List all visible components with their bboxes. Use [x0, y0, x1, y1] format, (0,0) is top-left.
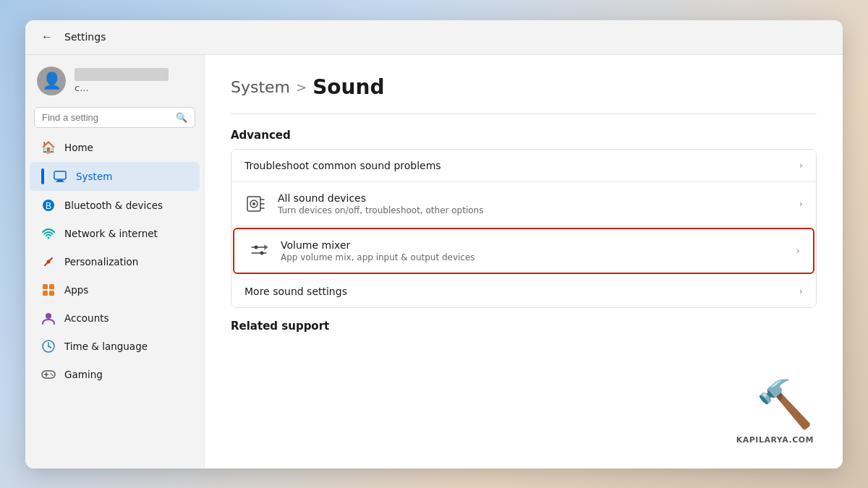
breadcrumb-system: System — [231, 78, 290, 96]
window-title: Settings — [64, 31, 106, 43]
card-text: Volume mixer App volume mix, app input &… — [281, 239, 786, 262]
chevron-right-icon: › — [796, 245, 800, 256]
search-input[interactable] — [42, 112, 171, 123]
avatar: 👤 — [37, 67, 66, 95]
sidebar-item-system[interactable]: System — [30, 162, 200, 191]
system-icon — [53, 169, 67, 184]
titlebar: ← Settings — [25, 20, 843, 55]
sidebar-item-label: Time & language — [64, 341, 148, 352]
back-button[interactable]: ← — [37, 27, 57, 47]
sidebar-item-label: System — [76, 171, 112, 182]
sidebar-item-time[interactable]: Time & language — [30, 333, 200, 360]
breadcrumb: System > Sound — [231, 75, 817, 99]
sidebar-item-network[interactable]: Network & internet — [30, 220, 200, 247]
card-text: All sound devices Turn devices on/off, t… — [278, 192, 789, 215]
sidebar-item-personalization[interactable]: Personalization — [30, 248, 200, 275]
network-icon — [41, 226, 56, 241]
sidebar-item-label: Accounts — [64, 312, 109, 324]
sidebar-item-label: Home — [64, 142, 93, 153]
sidebar-item-accounts[interactable]: Accounts — [30, 304, 200, 332]
card-title: All sound devices — [278, 192, 789, 204]
card-title: Volume mixer — [281, 239, 786, 251]
svg-line-15 — [48, 346, 51, 348]
svg-rect-8 — [43, 284, 48, 289]
back-icon: ← — [41, 30, 53, 43]
card-title: More sound settings — [244, 286, 789, 297]
sidebar-item-label: Gaming — [64, 369, 103, 380]
svg-point-5 — [48, 236, 50, 239]
card-desc: App volume mix, app input & output devic… — [281, 252, 786, 262]
sidebar-item-label: Network & internet — [64, 228, 158, 239]
volume-mixer-icon — [247, 239, 271, 262]
card-text: More sound settings — [244, 286, 789, 297]
sidebar-item-home[interactable]: 🏠 Home — [30, 134, 200, 161]
sidebar-item-label: Personalization — [64, 256, 138, 267]
system-accent — [41, 168, 44, 184]
sidebar-item-apps[interactable]: Apps — [30, 276, 200, 304]
sidebar-item-label: Bluetooth & devices — [64, 200, 163, 211]
card-text: Troubleshoot common sound problems — [244, 160, 789, 171]
card-volume-mixer[interactable]: Volume mixer App volume mix, app input &… — [233, 228, 814, 274]
search-icon: 🔍 — [176, 112, 187, 123]
card-more-sound-settings[interactable]: More sound settings › — [231, 275, 816, 307]
header-divider — [231, 114, 817, 114]
username-blur — [75, 68, 169, 81]
sidebar: 👤 c... 🔍 🏠 Home — [25, 55, 205, 468]
svg-point-30 — [260, 251, 264, 254]
search-box[interactable]: 🔍 — [34, 107, 195, 128]
card-desc: Turn devices on/off, troubleshoot, other… — [278, 205, 789, 215]
svg-point-28 — [255, 245, 258, 249]
home-icon: 🏠 — [41, 140, 56, 155]
svg-rect-9 — [49, 284, 54, 289]
svg-text:B: B — [46, 200, 51, 210]
svg-rect-11 — [49, 291, 54, 296]
svg-point-19 — [51, 373, 52, 374]
svg-point-12 — [46, 313, 51, 319]
time-icon — [41, 339, 56, 354]
sidebar-item-gaming[interactable]: Gaming — [30, 361, 200, 388]
apps-icon — [41, 283, 56, 297]
svg-rect-2 — [56, 181, 64, 181]
breadcrumb-separator: > — [296, 80, 307, 95]
avatar-icon: 👤 — [42, 72, 61, 90]
sound-devices-icon — [244, 192, 268, 215]
advanced-card-list: Troubleshoot common sound problems › — [231, 149, 817, 308]
sidebar-item-label: Apps — [64, 284, 88, 296]
card-all-sound-devices[interactable]: All sound devices Turn devices on/off, t… — [231, 182, 816, 226]
username-dots: c... — [75, 82, 169, 93]
nav-list: 🏠 Home System — [25, 134, 204, 388]
svg-point-7 — [47, 260, 51, 263]
svg-point-23 — [252, 202, 255, 205]
svg-rect-10 — [43, 291, 48, 296]
chevron-right-icon: › — [799, 198, 803, 209]
card-title: Troubleshoot common sound problems — [244, 160, 789, 171]
settings-window: ← Settings 👤 c... — [25, 20, 843, 468]
section-title-advanced: Advanced — [231, 129, 817, 142]
user-profile: 👤 c... — [25, 55, 204, 104]
chevron-right-icon: › — [799, 286, 803, 296]
breadcrumb-current: Sound — [312, 75, 384, 99]
user-info: c... — [75, 68, 169, 93]
personalization-icon — [41, 254, 56, 269]
gaming-icon — [41, 367, 56, 382]
main-panel: System > Sound Advanced Troubleshoot com… — [205, 55, 843, 468]
svg-rect-0 — [54, 171, 66, 179]
bluetooth-icon: B — [41, 198, 56, 213]
section-title-related-support: Related support — [231, 320, 817, 333]
content-area: 👤 c... 🔍 🏠 Home — [25, 55, 843, 468]
chevron-right-icon: › — [799, 160, 803, 171]
svg-point-20 — [52, 374, 54, 376]
card-troubleshoot[interactable]: Troubleshoot common sound problems › — [231, 150, 816, 182]
accounts-icon — [41, 311, 56, 325]
sidebar-item-bluetooth[interactable]: B Bluetooth & devices — [30, 192, 200, 219]
